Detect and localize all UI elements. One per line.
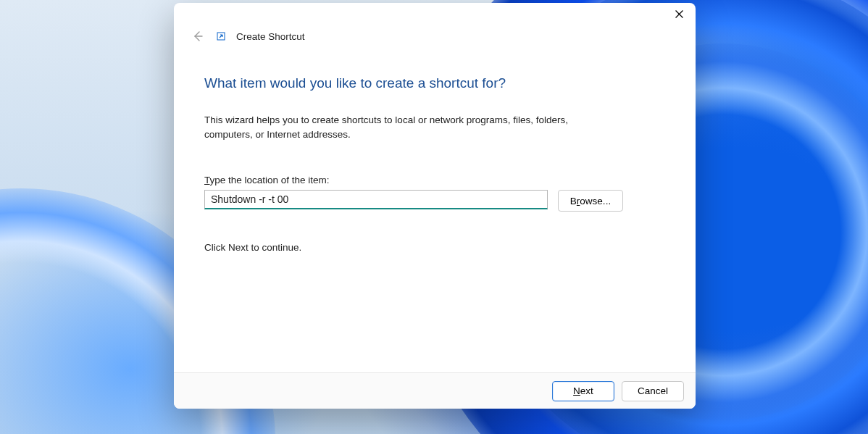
create-shortcut-dialog: Create Shortcut What item would you like… (174, 3, 696, 409)
close-icon (675, 10, 683, 18)
continue-hint: Click Next to continue. (204, 242, 665, 253)
location-row: Browse... (204, 190, 665, 212)
browse-button[interactable]: Browse... (558, 190, 623, 212)
location-label: Type the location of the item: (204, 175, 665, 185)
desktop-background: Create Shortcut What item would you like… (0, 0, 868, 434)
close-button[interactable] (662, 3, 696, 25)
dialog-title: Create Shortcut (236, 31, 305, 42)
shortcut-icon (216, 31, 226, 41)
dialog-header: Create Shortcut (174, 26, 696, 46)
dialog-content: What item would you like to create a sho… (174, 46, 696, 372)
back-arrow-icon (192, 30, 204, 42)
titlebar (174, 3, 696, 28)
back-button[interactable] (190, 28, 206, 44)
dialog-description: This wizard helps you to create shortcut… (204, 113, 610, 141)
dialog-footer: Next Cancel (174, 372, 696, 409)
dialog-heading: What item would you like to create a sho… (204, 75, 665, 91)
cancel-button[interactable]: Cancel (622, 381, 684, 401)
next-button[interactable]: Next (552, 381, 614, 401)
location-input[interactable] (204, 190, 548, 209)
